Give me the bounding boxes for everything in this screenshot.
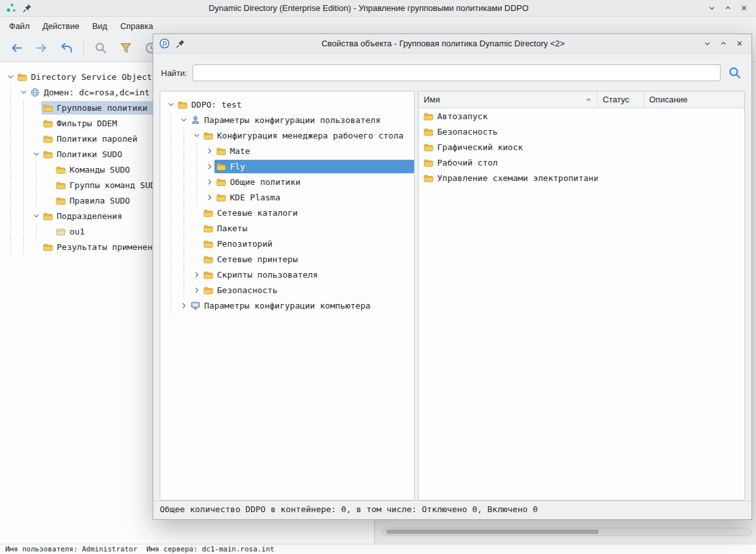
expand-chevron-icon[interactable] xyxy=(191,269,202,280)
expand-chevron-icon[interactable] xyxy=(178,300,189,310)
tree-item[interactable]: Сетевые принтеры xyxy=(160,251,414,267)
close-button[interactable] xyxy=(737,1,751,15)
menu-item[interactable]: Действие xyxy=(36,18,86,34)
tree-item-body[interactable]: Сетевые принтеры xyxy=(202,253,414,266)
table-row[interactable]: Графический киоск xyxy=(419,139,744,155)
tree-item-label: Пакеты xyxy=(217,224,247,233)
pin-icon[interactable] xyxy=(175,38,186,50)
filter-button[interactable] xyxy=(117,40,134,57)
collapse-chevron-icon[interactable] xyxy=(18,87,28,97)
collapse-chevron-icon[interactable] xyxy=(31,211,41,221)
tree-item-label: Правила SUDO xyxy=(70,196,130,205)
tree-item-body[interactable]: Конфигурация менеджера рабочего стола xyxy=(202,129,414,142)
tree-item-body[interactable]: Параметры конфигурации компьютера xyxy=(189,299,414,312)
search-button[interactable] xyxy=(92,40,109,57)
tree-item[interactable]: KDE Plasma xyxy=(160,189,414,205)
collapse-chevron-icon[interactable] xyxy=(191,130,202,140)
collapse-chevron-icon[interactable] xyxy=(5,72,15,82)
close-icon xyxy=(735,39,744,48)
tree-item[interactable]: Сетевые каталоги xyxy=(160,205,414,220)
column-header[interactable]: Описание xyxy=(644,91,744,108)
expand-chevron-icon[interactable] xyxy=(204,177,214,187)
tree-guide xyxy=(191,158,204,174)
minimize-button[interactable] xyxy=(704,1,719,15)
globe-icon xyxy=(30,88,40,97)
folder-icon xyxy=(203,286,213,294)
tree-item[interactable]: Пакеты xyxy=(160,220,414,236)
tree-item[interactable]: Безопасность xyxy=(160,282,414,298)
expander-spacer xyxy=(44,180,54,190)
tree-guide xyxy=(178,220,191,236)
tree-item[interactable]: Репозиторий xyxy=(160,236,414,251)
undo-button[interactable] xyxy=(58,40,75,57)
horizontal-scrollbar[interactable] xyxy=(383,528,751,536)
folder-icon xyxy=(43,212,53,220)
tree-item-label: DDPO: test xyxy=(191,100,241,110)
table-body: АвтозапускБезопасностьГрафический киоскР… xyxy=(419,108,744,500)
pin-icon[interactable] xyxy=(21,3,33,14)
minimize-icon xyxy=(707,3,717,13)
find-input[interactable] xyxy=(193,64,721,81)
tree-item[interactable]: DDPO: test xyxy=(160,97,414,112)
tree-guide xyxy=(5,162,18,177)
minimize-button[interactable] xyxy=(700,37,714,51)
folder-icon xyxy=(43,104,53,112)
collapse-chevron-icon[interactable] xyxy=(178,115,189,125)
close-button[interactable] xyxy=(732,37,746,51)
menu-item[interactable]: Справка xyxy=(114,18,160,34)
menu-item[interactable]: Файл xyxy=(3,18,36,34)
tree-item[interactable]: Mate xyxy=(160,143,414,158)
tree-guide xyxy=(165,158,178,174)
folder-icon xyxy=(424,112,433,120)
column-header[interactable]: Статус xyxy=(598,91,644,108)
table-row[interactable]: Управление схемами электропитания xyxy=(419,170,744,186)
expand-chevron-icon[interactable] xyxy=(204,161,214,171)
tree-guide xyxy=(165,128,178,143)
cell-name: Управление схемами электропитания xyxy=(419,173,598,183)
scrollbar-thumb[interactable] xyxy=(386,530,599,534)
tree-guide xyxy=(31,177,44,193)
tree-item[interactable]: Скрипты пользователя xyxy=(160,267,414,282)
back-button[interactable] xyxy=(8,40,24,57)
table-row[interactable]: Автозапуск xyxy=(419,108,744,124)
tree-item-body[interactable]: KDE Plasma xyxy=(214,191,414,204)
collapse-chevron-icon[interactable] xyxy=(165,99,176,110)
expand-chevron-icon[interactable] xyxy=(191,285,202,295)
tree-item[interactable]: Параметры конфигурации пользователя xyxy=(160,112,414,128)
column-header[interactable]: Имя xyxy=(419,91,598,108)
collapse-chevron-icon[interactable] xyxy=(31,149,41,159)
table-row[interactable]: Безопасность xyxy=(419,124,744,139)
tree-guide xyxy=(178,251,191,267)
search-icon xyxy=(94,41,108,55)
tree-item-body[interactable]: Параметры конфигурации пользователя xyxy=(189,113,414,127)
tree-item-label: Сетевые каталоги xyxy=(217,208,298,218)
tree-item-body[interactable]: Репозиторий xyxy=(202,237,414,251)
tree-guide xyxy=(18,115,31,131)
expand-chevron-icon[interactable] xyxy=(204,146,214,156)
tree-item-body[interactable]: Mate xyxy=(214,144,414,158)
expand-chevron-icon[interactable] xyxy=(204,192,214,202)
tree-item-body[interactable]: Безопасность xyxy=(202,283,414,297)
find-row: Найти: xyxy=(153,53,751,91)
tree-item-body[interactable]: Сетевые каталоги xyxy=(202,206,414,220)
forward-button[interactable] xyxy=(33,40,50,57)
main-window-title: Dynamic Directory (Enterprise Edition) -… xyxy=(37,3,700,13)
minimize-icon xyxy=(703,39,712,48)
tree-item-body[interactable]: Скрипты пользователя xyxy=(202,268,414,282)
tree-item-body[interactable]: Пакеты xyxy=(202,222,414,235)
tree-guide xyxy=(191,174,204,189)
tree-item[interactable]: Конфигурация менеджера рабочего стола xyxy=(160,128,414,143)
tree-item-label: Параметры конфигурации компьютера xyxy=(204,301,370,310)
dialog-table-pane: ИмяСтатусОписание АвтозапускБезопасность… xyxy=(418,91,745,501)
menu-item[interactable]: Вид xyxy=(86,18,114,34)
tree-item[interactable]: Fly xyxy=(160,158,414,174)
maximize-button[interactable] xyxy=(716,37,730,51)
search-button[interactable] xyxy=(726,64,744,82)
tree-item[interactable]: Параметры конфигурации компьютера xyxy=(160,298,414,313)
tree-item-body[interactable]: Fly xyxy=(214,160,414,173)
tree-item-body[interactable]: DDPO: test xyxy=(176,98,414,111)
table-row[interactable]: Рабочий стол xyxy=(419,155,744,170)
tree-item[interactable]: Общие политики xyxy=(160,174,414,189)
maximize-button[interactable] xyxy=(721,1,735,15)
tree-item-body[interactable]: Общие политики xyxy=(214,175,414,189)
